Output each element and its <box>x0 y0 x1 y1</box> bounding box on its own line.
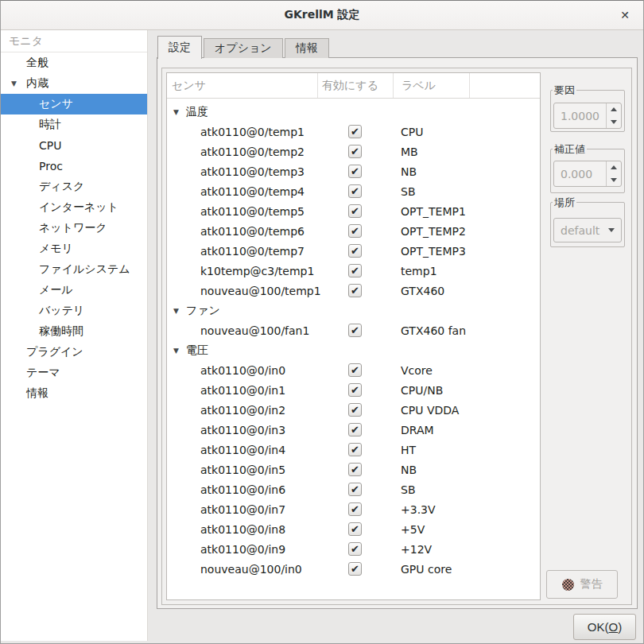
sidebar-item-internet[interactable]: インターネット <box>1 197 147 218</box>
close-icon[interactable]: ✕ <box>616 6 634 24</box>
enable-checkbox[interactable]: ✔ <box>348 383 362 397</box>
group-row-fan[interactable]: ▼ファン <box>167 301 540 320</box>
enable-checkbox[interactable]: ✔ <box>348 443 362 456</box>
enable-checkbox[interactable]: ✔ <box>348 363 362 377</box>
enable-cell: ✔ <box>317 423 393 436</box>
sidebar-item-general[interactable]: 全般 <box>1 52 147 73</box>
location-value: default <box>561 224 608 237</box>
sidebar-item-network[interactable]: ネットワーク <box>1 218 147 239</box>
sensor-row[interactable]: nouveau@100/in0✔GPU core <box>167 559 540 579</box>
enable-checkbox[interactable]: ✔ <box>348 522 362 536</box>
column-header-sensor[interactable]: センサ <box>167 73 317 98</box>
group-name-cell: ▼電圧 <box>167 343 317 358</box>
expander-down-icon[interactable]: ▼ <box>173 347 179 355</box>
sidebar-item-battery[interactable]: バッテリ <box>1 301 147 321</box>
sidebar-item-builtins[interactable]: ▼内蔵 <box>1 73 147 94</box>
enable-checkbox[interactable]: ✔ <box>348 284 362 297</box>
enable-checkbox[interactable]: ✔ <box>348 542 362 556</box>
tab-info[interactable]: 情報 <box>285 38 329 58</box>
enable-checkbox[interactable]: ✔ <box>348 403 362 417</box>
enable-checkbox[interactable]: ✔ <box>348 562 362 576</box>
spin-down-icon[interactable] <box>607 174 621 187</box>
enable-checkbox[interactable]: ✔ <box>348 224 362 238</box>
ok-mnemonic: O <box>609 620 619 634</box>
sidebar-column-header[interactable]: モニタ <box>1 30 147 52</box>
enable-checkbox[interactable]: ✔ <box>348 324 362 337</box>
tab-options[interactable]: オプション <box>204 38 283 58</box>
enable-cell: ✔ <box>317 165 393 178</box>
enable-checkbox[interactable]: ✔ <box>348 184 362 198</box>
sensor-name: atk0110@0/in9 <box>200 543 285 556</box>
enable-checkbox[interactable]: ✔ <box>348 244 362 258</box>
sensor-row[interactable]: atk0110@0/temp6✔OPT_TEMP2 <box>167 221 540 241</box>
spin-up-icon[interactable] <box>607 103 621 116</box>
sidebar-item-uptime[interactable]: 稼働時間 <box>1 321 147 342</box>
enable-cell: ✔ <box>317 204 393 218</box>
sensor-row[interactable]: atk0110@0/in2✔CPU VDDA <box>167 400 540 420</box>
location-dropdown[interactable]: default <box>553 218 622 242</box>
ok-button[interactable]: OK(O) <box>573 614 636 640</box>
sensor-row[interactable]: atk0110@0/in7✔+3.3V <box>167 499 540 519</box>
sensor-row[interactable]: atk0110@0/in4✔HT <box>167 440 540 460</box>
expander-down-icon[interactable]: ▼ <box>11 80 17 87</box>
offset-spinbox[interactable]: 0.000 <box>553 161 622 187</box>
sidebar-item-info[interactable]: 情報 <box>1 383 147 404</box>
enable-checkbox[interactable]: ✔ <box>348 423 362 436</box>
sidebar-item-filesystem[interactable]: ファイルシステム <box>1 259 147 280</box>
column-header-empty <box>469 73 540 98</box>
sensor-row[interactable]: atk0110@0/in8✔+5V <box>167 519 540 539</box>
sidebar-item-mail[interactable]: メール <box>1 280 147 301</box>
sensor-row[interactable]: k10temp@c3/temp1✔temp1 <box>167 261 540 281</box>
sidebar-item-sensors[interactable]: センサ <box>1 94 147 114</box>
expander-down-icon[interactable]: ▼ <box>173 108 179 116</box>
sidebar-item-plugins[interactable]: プラグイン <box>1 342 147 363</box>
sensor-label: DRAM <box>393 424 469 436</box>
alert-button[interactable]: 警告 <box>546 570 618 599</box>
sensor-row[interactable]: atk0110@0/in3✔DRAM <box>167 420 540 440</box>
column-header-label[interactable]: ラベル <box>393 73 469 98</box>
spin-up-icon[interactable] <box>607 161 621 174</box>
sensor-row[interactable]: atk0110@0/temp7✔OPT_TEMP3 <box>167 241 540 261</box>
sidebar-item-proc[interactable]: Proc <box>1 156 147 177</box>
sidebar-item-disk[interactable]: ディスク <box>1 177 147 197</box>
sensor-name-cell: nouveau@100/in0 <box>167 563 317 576</box>
enable-checkbox[interactable]: ✔ <box>348 264 362 277</box>
group-name-cell: ▼温度 <box>167 105 317 119</box>
enable-checkbox[interactable]: ✔ <box>348 145 362 158</box>
enable-checkbox[interactable]: ✔ <box>348 483 362 496</box>
expander-down-icon[interactable]: ▼ <box>173 307 179 315</box>
sensor-row[interactable]: atk0110@0/in1✔CPU/NB <box>167 380 540 400</box>
sensor-row[interactable]: atk0110@0/temp5✔OPT_TEMP1 <box>167 201 540 221</box>
sensor-row[interactable]: atk0110@0/temp1✔CPU <box>167 122 540 142</box>
enable-checkbox[interactable]: ✔ <box>348 502 362 516</box>
sensor-row[interactable]: atk0110@0/temp3✔NB <box>167 161 540 181</box>
sensor-label: SB <box>393 483 469 496</box>
column-header-enable[interactable]: 有効にする <box>317 73 393 98</box>
sensor-row[interactable]: atk0110@0/temp2✔MB <box>167 142 540 161</box>
sensor-row[interactable]: atk0110@0/in9✔+12V <box>167 539 540 559</box>
tab-settings[interactable]: 設定 <box>157 36 202 59</box>
sensor-row[interactable]: nouveau@100/fan1✔GTX460 fan <box>167 320 540 340</box>
factor-spinbox[interactable]: 1.0000 <box>553 103 622 129</box>
group-row-voltage[interactable]: ▼電圧 <box>167 340 540 360</box>
titlebar[interactable]: GKrellM 設定 ✕ <box>1 1 643 30</box>
sidebar-item-clock[interactable]: 時計 <box>1 114 147 135</box>
sidebar-item-memory[interactable]: メモリ <box>1 239 147 259</box>
sidebar-item-cpu[interactable]: CPU <box>1 135 147 156</box>
enable-checkbox[interactable]: ✔ <box>348 165 362 178</box>
group-row-temperature[interactable]: ▼温度 <box>167 102 540 122</box>
spin-down-icon[interactable] <box>607 116 621 129</box>
sensor-row[interactable]: nouveau@100/temp1✔GTX460 <box>167 281 540 301</box>
tab-bar: 設定オプション情報 <box>157 36 331 58</box>
sensor-row[interactable]: atk0110@0/temp4✔SB <box>167 181 540 201</box>
sensor-row[interactable]: atk0110@0/in5✔NB <box>167 460 540 479</box>
sensor-name-cell: atk0110@0/temp7 <box>167 245 317 258</box>
enable-checkbox[interactable]: ✔ <box>348 125 362 138</box>
enable-checkbox[interactable]: ✔ <box>348 463 362 476</box>
sensor-name-cell: atk0110@0/in9 <box>167 543 317 556</box>
sensor-row[interactable]: atk0110@0/in0✔Vcore <box>167 360 540 380</box>
sensor-name-cell: atk0110@0/temp2 <box>167 145 317 158</box>
sidebar-item-themes[interactable]: テーマ <box>1 363 147 383</box>
sensor-row[interactable]: atk0110@0/in6✔SB <box>167 479 540 499</box>
enable-checkbox[interactable]: ✔ <box>348 204 362 218</box>
